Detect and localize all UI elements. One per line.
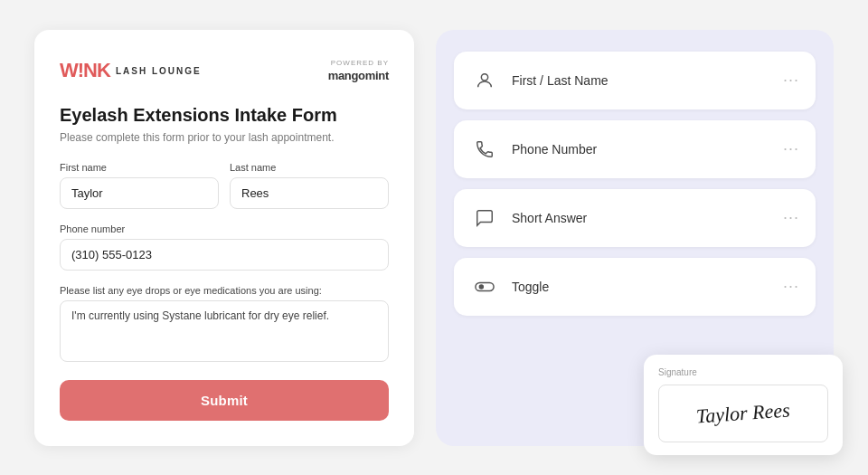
first-name-label: First name	[60, 162, 219, 173]
phone-icon	[470, 135, 499, 164]
toggle-icon	[470, 272, 499, 301]
field-menu-short-answer[interactable]: ···	[783, 208, 799, 227]
svg-point-0	[481, 73, 487, 80]
person-icon	[470, 66, 499, 95]
chat-icon	[470, 204, 499, 233]
field-menu-toggle[interactable]: ···	[783, 277, 799, 296]
signature-label: Signature	[658, 367, 828, 377]
submit-button[interactable]: Submit	[60, 380, 389, 421]
fields-panel: First / Last Name ··· Phone Number ··· S…	[436, 30, 834, 446]
form-subtitle: Please complete this form prior to your …	[60, 131, 389, 144]
last-name-group: Last name	[230, 162, 389, 209]
eye-drops-input[interactable]: I'm currently using Systane lubricant fo…	[60, 300, 389, 362]
field-card-phone-number[interactable]: Phone Number ···	[454, 120, 816, 178]
field-card-first-last-name[interactable]: First / Last Name ···	[454, 52, 816, 109]
first-name-group: First name	[60, 162, 219, 209]
powered-by-label: POWERED BY	[328, 59, 389, 67]
signature-card: Signature Taylor Rees	[644, 355, 843, 455]
field-label-short-answer: Short Answer	[512, 211, 770, 225]
field-label-toggle: Toggle	[512, 280, 770, 294]
field-label-first-last-name: First / Last Name	[512, 73, 770, 88]
first-name-input[interactable]	[60, 177, 219, 209]
screen: W!NK LASH LOUNGE POWERED BY mangomint Ey…	[0, 0, 868, 475]
form-title: Eyelash Extensions Intake Form	[60, 105, 389, 126]
eye-drops-label: Please list any eye drops or eye medicat…	[60, 285, 389, 296]
powered-by: POWERED BY mangomint	[328, 59, 389, 83]
powered-by-brand: mangomint	[328, 69, 389, 82]
brand-sublabel: LASH LOUNGE	[116, 66, 202, 76]
phone-group: Phone number	[60, 223, 389, 271]
phone-label: Phone number	[60, 223, 389, 234]
name-row: First name Last name	[60, 162, 389, 209]
field-menu-phone-number[interactable]: ···	[783, 139, 799, 158]
logo-area: W!NK LASH LOUNGE POWERED BY mangomint	[60, 59, 389, 83]
brand-name: W!NK	[60, 59, 110, 82]
field-menu-first-last-name[interactable]: ···	[783, 71, 799, 90]
signature-value: Taylor Rees	[695, 398, 790, 428]
logo: W!NK LASH LOUNGE	[60, 59, 202, 82]
last-name-label: Last name	[230, 162, 389, 173]
eye-drops-group: Please list any eye drops or eye medicat…	[60, 285, 389, 362]
svg-point-2	[479, 284, 485, 290]
intake-form-card: W!NK LASH LOUNGE POWERED BY mangomint Ey…	[34, 30, 414, 446]
field-card-short-answer[interactable]: Short Answer ···	[454, 189, 816, 247]
last-name-input[interactable]	[230, 177, 389, 209]
svg-rect-1	[476, 282, 494, 290]
phone-input[interactable]	[60, 239, 389, 271]
signature-box: Taylor Rees	[658, 385, 828, 442]
field-label-phone-number: Phone Number	[512, 142, 770, 157]
field-card-toggle[interactable]: Toggle ···	[454, 258, 816, 316]
